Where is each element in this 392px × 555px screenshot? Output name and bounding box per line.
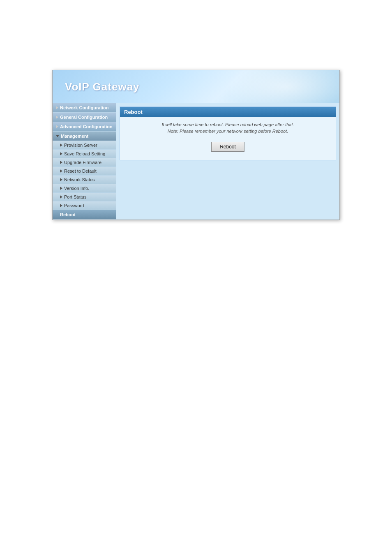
chevron-right-icon (60, 152, 62, 155)
content-area: Reboot It will take some time to reboot.… (116, 103, 339, 220)
panel-title: Reboot (124, 109, 143, 115)
info-text: It will take some time to reboot. Please… (127, 122, 329, 127)
chevron-right-icon (60, 161, 62, 164)
sidebar-item-reset-to-default[interactable]: Reset to Default (53, 167, 116, 176)
sidebar-item-port-status[interactable]: Port Status (53, 193, 116, 201)
sidebar-item-label: Version Info. (64, 186, 89, 191)
sidebar-item-version-info[interactable]: Version Info. (53, 184, 116, 193)
chevron-down-icon (56, 135, 59, 137)
sidebar-item-label: Reboot (60, 212, 76, 217)
chevron-right-icon (60, 178, 62, 181)
sidebar-item-general-config[interactable]: General Configuration (53, 113, 116, 122)
main-content: Network Configuration General Configurat… (53, 103, 339, 220)
chevron-right-icon (60, 204, 62, 207)
sidebar-item-label: Network Configuration (60, 105, 109, 110)
sidebar-item-save-reload-setting[interactable]: Save Reload Setting (53, 150, 116, 158)
sidebar: Network Configuration General Configurat… (53, 103, 116, 220)
sidebar-item-network-status[interactable]: Network Status (53, 176, 116, 184)
chevron-right-icon (60, 169, 62, 173)
sidebar-item-label: Save Reload Setting (64, 151, 105, 156)
chevron-right-icon (60, 143, 62, 147)
sidebar-item-provision-server[interactable]: Provision Server (53, 141, 116, 150)
sidebar-item-label: Advanced Configuration (60, 124, 113, 129)
sidebar-item-label: General Configuration (60, 115, 108, 120)
sidebar-item-label: Password (64, 203, 84, 208)
sidebar-item-upgrade-firmware[interactable]: Upgrade Firmware (53, 158, 116, 167)
chevron-right-icon (60, 195, 62, 199)
sidebar-item-network-config[interactable]: Network Configuration (53, 103, 116, 113)
sidebar-item-label: Provision Server (64, 143, 97, 148)
sidebar-item-label: Upgrade Firmware (64, 160, 101, 165)
sidebar-item-label: Management (61, 134, 88, 139)
sidebar-item-reboot[interactable]: Reboot (53, 210, 116, 220)
chevron-right-icon (56, 106, 58, 109)
sidebar-item-label: Port Status (64, 194, 86, 199)
sidebar-item-management[interactable]: Management (53, 132, 116, 141)
sidebar-item-label: Reset to Default (64, 169, 97, 173)
sidebar-item-label: Network Status (64, 177, 95, 182)
app-container: VoIP Gateway Network Configuration Gener… (52, 70, 340, 220)
chevron-right-icon (56, 116, 58, 119)
chevron-right-icon (56, 125, 58, 128)
sidebar-item-advanced-config[interactable]: Advanced Configuration (53, 122, 116, 132)
sidebar-item-password[interactable]: Password (53, 201, 116, 210)
content-panel: Reboot It will take some time to reboot.… (120, 106, 336, 160)
chevron-right-icon (60, 187, 62, 190)
reboot-button[interactable]: Reboot (211, 142, 244, 152)
reboot-button-row: Reboot (127, 139, 329, 155)
panel-header: Reboot (120, 107, 336, 117)
note-text: Note: Please remember your network setti… (127, 129, 329, 134)
outer-wrapper: VoIP Gateway Network Configuration Gener… (0, 0, 392, 220)
panel-body: It will take some time to reboot. Please… (120, 117, 336, 160)
header-banner: VoIP Gateway (53, 70, 339, 103)
app-title: VoIP Gateway (65, 81, 140, 93)
